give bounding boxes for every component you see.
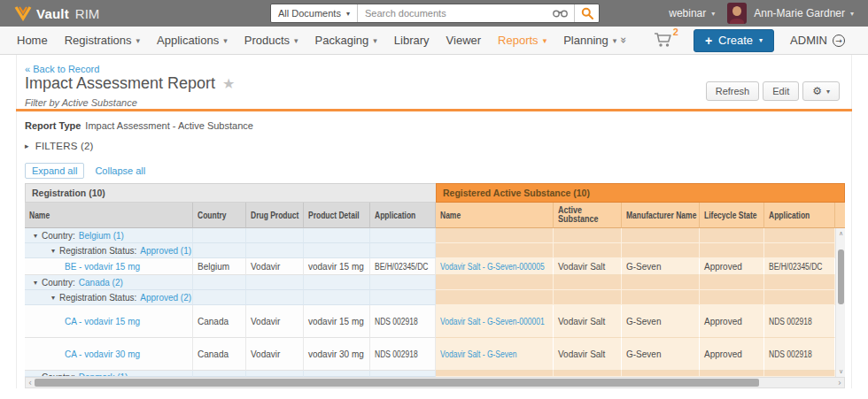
column-header[interactable]: Drug Product — [246, 203, 304, 228]
nav-item-registrations[interactable]: Registrations▾ — [62, 34, 143, 47]
nav-item-packaging[interactable]: Packaging▾ — [313, 34, 380, 47]
active-substance-group-header: Registered Active Substance (10) — [436, 183, 845, 203]
table-cell — [370, 228, 436, 243]
search-scope-dropdown[interactable]: All Documents ▾ — [271, 4, 358, 22]
column-header[interactable]: Application — [764, 203, 835, 228]
cart-count-badge: 2 — [673, 27, 678, 37]
more-tabs-icon[interactable]: » — [618, 37, 632, 44]
caret-down-icon[interactable]: ▾ — [34, 232, 37, 240]
user-menu[interactable]: Ann-Marie Gardner ▾ — [754, 7, 854, 19]
substance-link[interactable]: Vodavir Salt - G-Seven — [440, 349, 516, 359]
cell-value: Vodavir Salt — [558, 317, 605, 326]
cell-value: G-Seven — [626, 262, 661, 272]
nav-item-applications[interactable]: Applications▾ — [154, 34, 230, 47]
column-header[interactable]: Name — [25, 203, 193, 228]
group-count-link[interactable]: Belgium (1) — [79, 231, 124, 241]
search-button[interactable] — [574, 4, 599, 22]
horizontal-scroll-thumb[interactable] — [35, 379, 759, 387]
vertical-scroll-thumb[interactable] — [838, 249, 844, 304]
substance-link[interactable]: Vodavir Salt - G-Seven-000001 — [440, 317, 545, 326]
cart-button[interactable]: 2 — [653, 29, 678, 52]
nav-item-reports[interactable]: Reports▾ — [495, 34, 549, 47]
group-count-link[interactable]: Canada (2) — [79, 278, 123, 288]
table-cell: Approved — [700, 338, 764, 371]
vault-rim-logo[interactable]: Vault RIM — [14, 5, 99, 21]
table-cell: CA - vodavir 15 mg — [25, 305, 193, 338]
table-cell — [193, 290, 246, 305]
group-count-link[interactable]: Approved (1) — [140, 246, 191, 256]
cell-value: Canada — [198, 349, 229, 359]
vault-selector[interactable]: webinar ▾ — [669, 7, 715, 19]
table-cell — [554, 290, 622, 305]
edit-button[interactable]: Edit — [763, 81, 799, 101]
cell-value: Belgium — [198, 262, 229, 272]
admin-link[interactable]: ADMIN → — [790, 34, 845, 47]
plus-icon: + — [705, 34, 712, 48]
favorite-star-icon[interactable]: ★ — [222, 75, 235, 92]
table-cell — [554, 228, 622, 243]
report-content: « Back to Record Impact Assessment Repor… — [0, 55, 868, 399]
table-cell: vodavir 15 mg — [304, 258, 370, 275]
refresh-button[interactable]: Refresh — [706, 81, 760, 101]
user-avatar[interactable] — [727, 3, 747, 24]
gear-icon: ⚙ — [812, 85, 822, 97]
column-header[interactable]: Country — [193, 203, 246, 228]
caret-down-icon[interactable]: ▾ — [51, 247, 55, 255]
caret-down-icon: ▾ — [294, 36, 298, 45]
caret-down-icon[interactable]: ▾ — [51, 294, 55, 302]
table-cell: G-Seven — [622, 258, 700, 275]
table-cell: Canada — [193, 338, 246, 371]
table-row: CA - vodavir 15 mgCanadaVodavirvodavir 1… — [25, 305, 835, 338]
table-cell: Canada — [193, 305, 246, 338]
table-cell — [370, 243, 436, 258]
column-header[interactable]: Product Detail — [304, 203, 370, 228]
registration-link[interactable]: CA - vodavir 15 mg — [29, 317, 140, 326]
cell-value: vodavir 15 mg — [308, 262, 364, 272]
group-count-link[interactable]: Approved (2) — [140, 293, 191, 303]
substance-link[interactable]: Vodavir Salt - G-Seven-000005 — [440, 262, 545, 272]
nav-item-products[interactable]: Products▾ — [242, 34, 301, 47]
registration-link[interactable]: CA - vodavir 30 mg — [29, 349, 140, 359]
registration-link[interactable]: BE - vodavir 15 mg — [29, 262, 140, 272]
cell-value: NDS 002918 — [375, 349, 418, 359]
scroll-left-icon[interactable]: ‹ — [28, 378, 32, 387]
nav-item-label: Packaging — [315, 34, 369, 47]
group-label: Country: — [42, 278, 75, 288]
column-header[interactable]: Active Substance — [554, 203, 622, 228]
search-input[interactable] — [358, 8, 546, 19]
cell-value: Vodavir Salt — [558, 262, 605, 272]
table-cell — [193, 275, 246, 290]
create-button[interactable]: + Create ▾ — [694, 29, 774, 52]
horizontal-scrollbar[interactable]: ‹ › — [25, 377, 845, 388]
table-cell: Vodavir Salt - G-Seven — [436, 338, 554, 371]
scroll-up-icon[interactable]: ∧ — [836, 230, 846, 237]
expand-all-button[interactable]: Expand all — [25, 163, 84, 179]
column-header-label: Country — [198, 211, 227, 220]
column-header[interactable]: Name — [436, 203, 554, 228]
caret-down-icon[interactable]: ▾ — [34, 279, 37, 287]
nav-item-planning[interactable]: Planning▾ — [561, 34, 619, 47]
scroll-right-icon[interactable]: › — [838, 378, 841, 387]
nav-item-label: Planning — [563, 34, 608, 47]
filters-toggle[interactable]: ▸ FILTERS (2) — [25, 141, 94, 151]
column-header[interactable]: Manufacturer Name — [622, 203, 700, 228]
scroll-down-icon[interactable]: ∨ — [836, 368, 846, 375]
settings-menu-button[interactable]: ⚙ ▾ — [802, 81, 840, 101]
nav-item-library[interactable]: Library — [391, 34, 432, 47]
table-cell — [246, 228, 304, 243]
group-count-link[interactable]: Denmark (1) — [79, 371, 128, 377]
caret-down-icon[interactable]: ▾ — [34, 371, 37, 377]
vertical-scrollbar[interactable]: ∧ ∨ — [835, 228, 845, 377]
nav-item-home[interactable]: Home — [14, 34, 50, 47]
column-header[interactable]: Lifecycle State — [700, 203, 764, 228]
table-cell — [622, 371, 700, 377]
saved-searches-icon[interactable] — [546, 9, 574, 19]
back-to-record-link[interactable]: « Back to Record — [25, 64, 99, 74]
table-cell: G-Seven — [622, 338, 700, 371]
collapse-all-link[interactable]: Collapse all — [95, 165, 145, 176]
caret-right-icon: ▸ — [25, 142, 29, 150]
caret-down-icon: ▾ — [613, 36, 617, 45]
caret-down-icon: ▾ — [136, 36, 141, 45]
nav-item-viewer[interactable]: Viewer — [444, 34, 484, 47]
column-header[interactable]: Application — [370, 203, 436, 228]
